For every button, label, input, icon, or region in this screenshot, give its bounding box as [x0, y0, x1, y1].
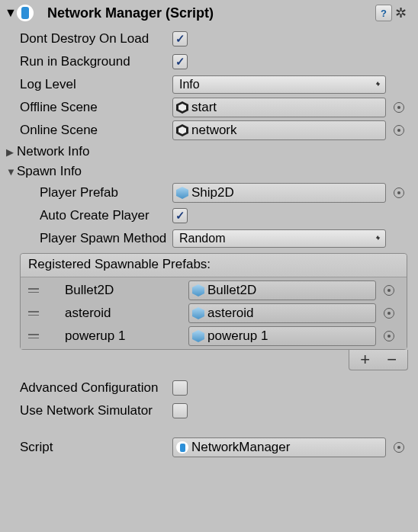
- component-foldout[interactable]: ▼: [5, 6, 15, 20]
- help-icon[interactable]: ?: [375, 5, 392, 21]
- drag-handle-icon[interactable]: [25, 334, 42, 338]
- chevron-down-icon: [6, 166, 17, 178]
- prefab-icon: [192, 307, 204, 319]
- prefab-icon: [192, 330, 204, 342]
- spawnable-name: asteroid: [42, 306, 188, 321]
- label-script: Script: [3, 440, 172, 455]
- prefab-icon: [192, 284, 204, 296]
- label-online-scene: Online Scene: [3, 123, 172, 138]
- component-header: ▼ Network Manager (Script) ? ✲: [3, 3, 412, 27]
- player-prefab-value: Ship2D: [191, 185, 234, 200]
- row-dont-destroy-on-load: Dont Destroy On Load: [3, 27, 412, 50]
- label-spawn-info: Spawn Info: [17, 164, 82, 179]
- row-use-network-simulator: Use Network Simulator: [3, 399, 412, 422]
- label-dont-destroy-on-load: Dont Destroy On Load: [3, 31, 172, 46]
- spawnable-name: powerup 1: [42, 328, 188, 344]
- object-picker-player-prefab[interactable]: [394, 187, 404, 198]
- label-player-prefab: Player Prefab: [3, 185, 172, 200]
- label-network-info: Network Info: [17, 144, 89, 159]
- row-online-scene: Online Scene network: [3, 119, 412, 142]
- object-field-spawnable-1[interactable]: asteroid: [188, 303, 376, 323]
- label-advanced-configuration: Advanced Configuration: [3, 380, 172, 396]
- object-field-spawnable-2[interactable]: powerup 1: [188, 326, 376, 346]
- list-item: asteroid asteroid: [25, 302, 402, 325]
- drag-handle-icon[interactable]: [25, 311, 42, 316]
- object-picker-offline-scene[interactable]: [394, 102, 404, 113]
- object-field-player-prefab[interactable]: Ship2D: [172, 183, 386, 203]
- row-auto-create-player: Auto Create Player: [3, 204, 412, 227]
- spawnable-prefabs-list: Registered Spawnable Prefabs: Bullet2D B…: [20, 253, 407, 350]
- online-scene-value: network: [191, 123, 237, 138]
- object-picker-script[interactable]: [394, 442, 404, 453]
- inspector-panel: ▼ Network Manager (Script) ? ✲ Dont Dest…: [0, 0, 418, 465]
- spawnable-name: Bullet2D: [42, 283, 188, 298]
- list-item: Bullet2D Bullet2D: [25, 279, 402, 302]
- object-field-online-scene[interactable]: network: [172, 120, 386, 140]
- object-picker-spawnable-1[interactable]: [384, 308, 394, 319]
- row-run-in-background: Run in Background: [3, 50, 412, 73]
- label-log-level: Log Level: [3, 77, 172, 92]
- label-run-in-background: Run in Background: [3, 54, 172, 69]
- checkbox-use-network-simulator[interactable]: [172, 403, 188, 418]
- checkbox-run-in-background[interactable]: [172, 54, 188, 69]
- object-picker-spawnable-0[interactable]: [384, 285, 394, 296]
- scene-icon: [176, 101, 188, 114]
- list-item: powerup 1 powerup 1: [25, 325, 402, 348]
- row-player-prefab: Player Prefab Ship2D: [3, 181, 412, 204]
- checkbox-auto-create-player[interactable]: [172, 208, 188, 223]
- row-offline-scene: Offline Scene start: [3, 96, 412, 119]
- object-field-offline-scene[interactable]: start: [172, 98, 386, 117]
- label-offline-scene: Offline Scene: [3, 100, 172, 115]
- object-picker-spawnable-2[interactable]: [384, 331, 394, 341]
- scene-icon: [176, 124, 188, 136]
- checkbox-dont-destroy-on-load[interactable]: [172, 31, 188, 46]
- foldout-spawn-info[interactable]: Spawn Info: [3, 162, 412, 181]
- row-log-level: Log Level Info: [3, 73, 412, 96]
- label-use-network-simulator: Use Network Simulator: [3, 403, 172, 418]
- checkbox-advanced-configuration[interactable]: [172, 380, 188, 396]
- add-button[interactable]: +: [360, 353, 370, 367]
- remove-button[interactable]: −: [387, 353, 397, 367]
- script-value: NetworkManager: [191, 440, 290, 455]
- gear-icon[interactable]: ✲: [395, 5, 409, 21]
- row-advanced-configuration: Advanced Configuration: [3, 377, 412, 399]
- dropdown-player-spawn-method[interactable]: Random: [172, 229, 386, 248]
- list-footer-buttons: + −: [349, 350, 408, 370]
- row-script: Script NetworkManager: [3, 436, 412, 459]
- label-auto-create-player: Auto Create Player: [3, 208, 172, 223]
- object-picker-online-scene[interactable]: [394, 125, 404, 136]
- label-player-spawn-method: Player Spawn Method: [3, 231, 172, 246]
- offline-scene-value: start: [191, 100, 217, 115]
- script-icon: [176, 441, 188, 453]
- component-icon: [17, 5, 34, 21]
- object-field-script[interactable]: NetworkManager: [172, 437, 386, 457]
- spawnable-prefabs-header: Registered Spawnable Prefabs:: [21, 254, 407, 277]
- component-title: Network Manager (Script): [47, 5, 375, 21]
- object-field-spawnable-0[interactable]: Bullet2D: [188, 280, 376, 300]
- prefab-icon: [176, 187, 188, 199]
- foldout-network-info[interactable]: Network Info: [3, 142, 412, 162]
- chevron-right-icon: [6, 146, 17, 158]
- dropdown-log-level[interactable]: Info: [172, 75, 386, 94]
- drag-handle-icon[interactable]: [25, 288, 42, 293]
- row-player-spawn-method: Player Spawn Method Random: [3, 227, 412, 250]
